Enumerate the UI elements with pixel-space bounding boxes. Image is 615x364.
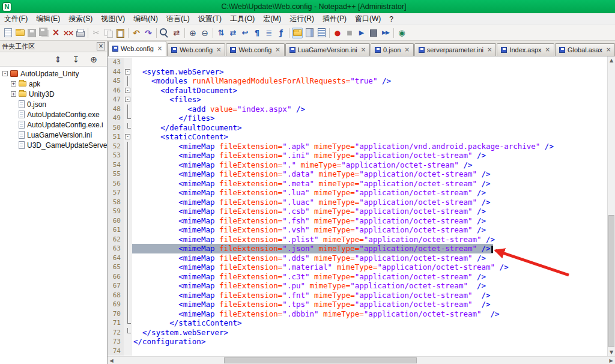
tab-close-icon[interactable]: × <box>361 47 366 53</box>
editor-line-63[interactable]: 63 <mimeMap fileExtension=".json" mimeTy… <box>108 244 607 253</box>
line-number[interactable]: 55 <box>108 169 124 179</box>
horizontal-scrollbar-thumb[interactable] <box>224 357 417 363</box>
tab-serverparameter-ini[interactable]: serverparameter.ini× <box>414 43 497 56</box>
editor-line-71[interactable]: 71 </staticContent> <box>108 318 607 328</box>
editor-line-74[interactable]: 74 <box>108 347 607 356</box>
locate-current-file-icon[interactable]: ⇕ <box>55 55 62 64</box>
line-number[interactable]: 62 <box>108 235 124 244</box>
editor-line-72[interactable]: 72 </system.webServer> <box>108 328 607 338</box>
editor-line-69[interactable]: 69 <mimeMap fileExtension=".tps" mimeTyp… <box>108 300 607 309</box>
tab-close-icon[interactable]: × <box>404 47 409 53</box>
replace-icon[interactable] <box>171 28 182 38</box>
macro-record-icon[interactable] <box>332 28 343 38</box>
menu-macro[interactable]: 宏(M) <box>259 13 285 25</box>
vertical-scrollbar-thumb[interactable] <box>608 215 614 347</box>
macro-save-icon[interactable] <box>368 28 379 38</box>
workspace-root-autoupdate-unity[interactable]: -AutoUpdate_Unity <box>0 68 107 79</box>
file-monitoring-icon[interactable] <box>396 28 407 38</box>
line-number[interactable]: 45 <box>108 76 124 86</box>
sync-vertical-scroll-icon[interactable] <box>216 28 226 38</box>
file-0-json[interactable]: 0.json <box>0 99 107 109</box>
editor-line-44[interactable]: 44- <system.webServer> <box>108 67 607 77</box>
editor-line-61[interactable]: 61 <mimeMap fileExtension=".vsh" mimeTyp… <box>108 225 607 235</box>
line-number[interactable]: 51 <box>108 132 124 142</box>
editor-line-67[interactable]: 67 <mimeMap fileExtension=".pu" mimeType… <box>108 281 607 291</box>
function-list-icon[interactable] <box>276 28 286 38</box>
scroll-up-icon[interactable]: ▲ <box>608 56 615 64</box>
editor-area[interactable]: 4344- <system.webServer>45 <modules runA… <box>108 56 615 356</box>
fold-collapse-icon[interactable]: - <box>125 97 130 102</box>
code-editor[interactable]: 4344- <system.webServer>45 <modules runA… <box>108 56 607 356</box>
horizontal-scrollbar[interactable]: ◀ ▶ <box>108 356 615 364</box>
fold-collapse-icon[interactable]: - <box>125 134 130 139</box>
title-bar[interactable]: N C:\Web\Update\Web.config - Notepad++ [… <box>0 0 615 13</box>
close-all-icon[interactable] <box>62 28 73 38</box>
folder-unity3d[interactable]: +Unity3D <box>0 89 107 99</box>
menu-settings[interactable]: 设置(T) <box>194 13 226 25</box>
editor-line-47[interactable]: 47- <files> <box>108 95 607 105</box>
line-number[interactable]: 66 <box>108 272 124 282</box>
scroll-down-icon[interactable]: ▼ <box>608 348 615 356</box>
editor-line-53[interactable]: 53 <mimeMap fileExtension=".ini" mimeTyp… <box>108 151 607 160</box>
editor-line-49[interactable]: 49 </files> <box>108 114 607 123</box>
editor-line-51[interactable]: 51- <staticContent> <box>108 132 607 142</box>
tab-close-icon[interactable]: × <box>487 47 492 53</box>
line-number[interactable]: 49 <box>108 114 124 123</box>
editor-line-43[interactable]: 43 <box>108 58 607 67</box>
editor-line-73[interactable]: 73</configuration> <box>108 337 607 347</box>
tab-web-config-1[interactable]: Web.config× <box>108 41 166 56</box>
menu-help[interactable]: ? <box>385 13 398 25</box>
new-file-icon[interactable] <box>2 28 13 38</box>
editor-line-68[interactable]: 68 <mimeMap fileExtension=".fnt" mimeTyp… <box>108 291 607 300</box>
tab-close-icon[interactable]: × <box>545 47 550 53</box>
close-icon[interactable] <box>50 28 61 38</box>
zoom-in-icon[interactable] <box>187 28 198 38</box>
editor-line-64[interactable]: 64 <mimeMap fileExtension=".dds" mimeTyp… <box>108 253 607 263</box>
workspace-settings-icon[interactable]: ⊕ <box>90 55 97 64</box>
editor-line-55[interactable]: 55 <mimeMap fileExtension=".data" mimeTy… <box>108 169 607 179</box>
tab-index-aspx[interactable]: Index.aspx× <box>497 43 554 56</box>
undo-icon[interactable] <box>131 28 142 38</box>
file-autoupdateconfig-exe[interactable]: AutoUpdateConfig.exe <box>0 109 107 120</box>
save-icon[interactable] <box>26 28 37 38</box>
document-list-icon[interactable] <box>316 28 327 38</box>
tree-expander-icon[interactable]: + <box>11 81 16 86</box>
sync-horizontal-scroll-icon[interactable] <box>228 28 238 38</box>
word-wrap-icon[interactable] <box>240 28 250 38</box>
line-number[interactable]: 67 <box>108 281 124 291</box>
menu-edit[interactable]: 编辑(E) <box>32 13 64 25</box>
find-icon[interactable] <box>159 28 170 38</box>
line-number[interactable]: 70 <box>108 309 124 319</box>
macro-play-icon[interactable] <box>356 28 367 38</box>
line-number[interactable]: 72 <box>108 328 124 338</box>
save-all-icon[interactable] <box>38 28 49 38</box>
menu-view[interactable]: 视图(V) <box>97 13 129 25</box>
line-number[interactable]: 69 <box>108 300 124 309</box>
line-number[interactable]: 60 <box>108 216 124 226</box>
line-number[interactable]: 61 <box>108 225 124 235</box>
panel-close-button[interactable]: × <box>97 42 105 50</box>
paste-icon[interactable] <box>115 28 126 38</box>
tab-close-icon[interactable]: × <box>275 47 280 53</box>
line-number[interactable]: 64 <box>108 253 124 263</box>
editor-line-65[interactable]: 65 <mimeMap fileExtension=".material" mi… <box>108 262 607 272</box>
editor-line-54[interactable]: 54 <mimeMap fileExtension="." mimeType="… <box>108 160 607 170</box>
line-number[interactable]: 50 <box>108 123 124 133</box>
folder-as-workspace-icon[interactable] <box>292 28 303 38</box>
document-map-icon[interactable] <box>304 28 315 38</box>
tab-web-config-2[interactable]: Web.config× <box>167 43 225 56</box>
menu-search[interactable]: 搜索(S) <box>64 13 97 25</box>
file-autoupdateconfig-exe-i[interactable]: AutoUpdateConfig.exe.i <box>0 120 107 130</box>
menu-plugins[interactable]: 插件(P) <box>318 13 351 25</box>
editor-line-60[interactable]: 60 <mimeMap fileExtension=".fsh" mimeTyp… <box>108 216 607 226</box>
tab-close-icon[interactable]: × <box>157 46 162 52</box>
file-u3d-gameupdateserve[interactable]: U3D_GameUpdateServe <box>0 140 107 150</box>
line-number[interactable]: 48 <box>108 105 124 114</box>
line-number[interactable]: 56 <box>108 179 124 189</box>
menu-tools[interactable]: 工具(O) <box>226 13 259 25</box>
menu-window[interactable]: 窗口(W) <box>351 13 385 25</box>
scroll-right-icon[interactable]: ▶ <box>607 357 615 364</box>
editor-line-50[interactable]: 50 </defaultDocument> <box>108 123 607 133</box>
line-number[interactable]: 59 <box>108 207 124 216</box>
editor-line-52[interactable]: 52 <mimeMap fileExtension=".apk" mimeTyp… <box>108 142 607 151</box>
